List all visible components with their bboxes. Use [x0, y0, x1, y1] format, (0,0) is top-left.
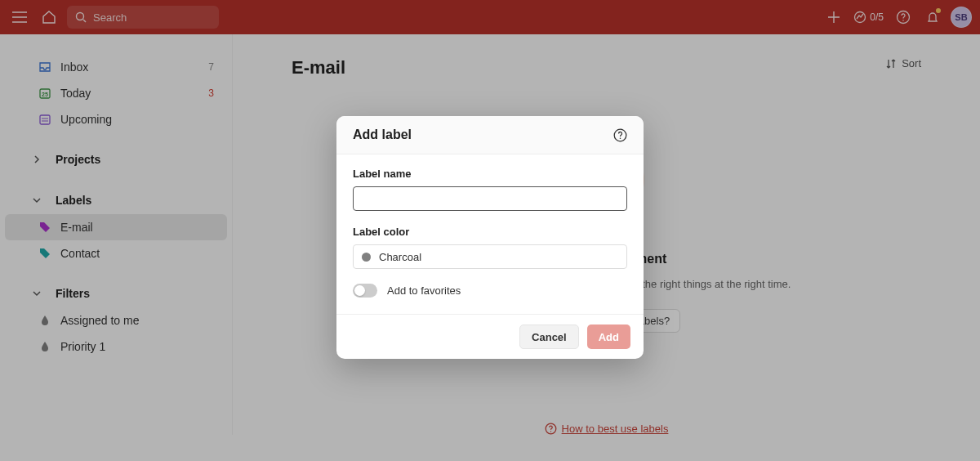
color-value: Charcoal [379, 251, 421, 263]
cancel-button[interactable]: Cancel [519, 324, 579, 349]
label-name-label: Label name [353, 168, 627, 180]
modal-body: Label name Label color Charcoal Add to f… [336, 154, 644, 314]
favorites-toggle-row: Add to favorites [353, 284, 627, 298]
modal-help-icon[interactable] [613, 128, 627, 142]
favorites-label: Add to favorites [387, 284, 461, 297]
color-swatch [362, 253, 371, 262]
modal-footer: Cancel Add [336, 314, 644, 359]
label-color-label: Label color [353, 226, 627, 238]
label-name-input[interactable] [353, 186, 627, 211]
label-color-field: Label color Charcoal [353, 226, 627, 269]
modal-overlay[interactable]: Add label Label name Label color Charcoa… [0, 0, 980, 461]
favorites-toggle[interactable] [353, 284, 377, 298]
add-label-modal: Add label Label name Label color Charcoa… [336, 116, 644, 359]
add-button[interactable]: Add [587, 324, 630, 349]
modal-header: Add label [336, 116, 644, 154]
label-name-field: Label name [353, 168, 627, 211]
svg-point-15 [620, 137, 621, 139]
modal-title: Add label [353, 128, 412, 142]
label-color-select[interactable]: Charcoal [353, 244, 627, 269]
